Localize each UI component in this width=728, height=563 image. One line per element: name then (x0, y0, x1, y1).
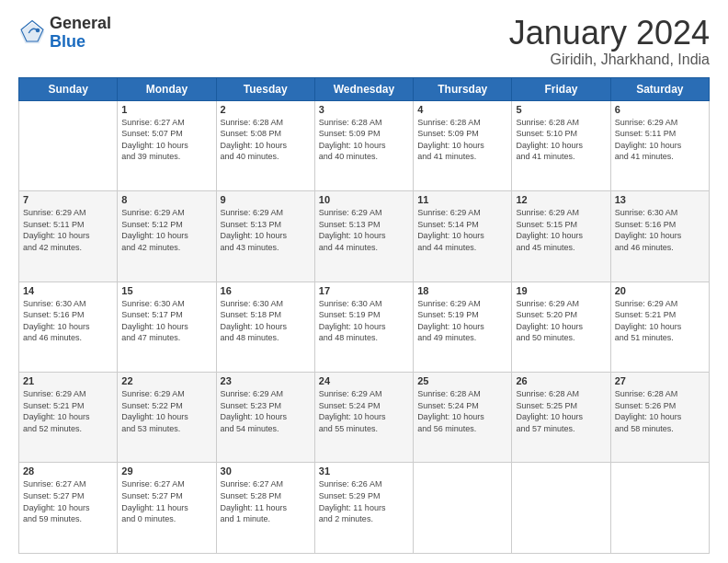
calendar-cell: 23Sunrise: 6:29 AM Sunset: 5:23 PM Dayli… (216, 373, 314, 463)
cell-info: Sunrise: 6:28 AM Sunset: 5:09 PM Dayligh… (319, 117, 409, 163)
calendar-cell (19, 100, 118, 190)
cell-info: Sunrise: 6:29 AM Sunset: 5:14 PM Dayligh… (417, 207, 507, 253)
calendar: SundayMondayTuesdayWednesdayThursdayFrid… (18, 77, 710, 554)
cell-info: Sunrise: 6:27 AM Sunset: 5:27 PM Dayligh… (121, 478, 211, 524)
cell-info: Sunrise: 6:27 AM Sunset: 5:28 PM Dayligh… (221, 478, 311, 524)
cell-info: Sunrise: 6:29 AM Sunset: 5:11 PM Dayligh… (615, 117, 705, 163)
calendar-cell: 3Sunrise: 6:28 AM Sunset: 5:09 PM Daylig… (314, 100, 413, 190)
calendar-title: January 2024 (509, 15, 710, 52)
day-number: 11 (417, 194, 507, 205)
calendar-cell: 13Sunrise: 6:30 AM Sunset: 5:16 PM Dayli… (610, 191, 709, 282)
calendar-cell: 10Sunrise: 6:29 AM Sunset: 5:13 PM Dayli… (314, 191, 413, 282)
day-number: 20 (615, 285, 705, 296)
calendar-cell: 31Sunrise: 6:26 AM Sunset: 5:29 PM Dayli… (314, 463, 413, 554)
cell-info: Sunrise: 6:29 AM Sunset: 5:12 PM Dayligh… (121, 207, 211, 253)
cell-info: Sunrise: 6:29 AM Sunset: 5:22 PM Dayligh… (121, 388, 211, 434)
day-number: 16 (221, 285, 311, 296)
calendar-cell: 28Sunrise: 6:27 AM Sunset: 5:27 PM Dayli… (19, 463, 118, 554)
calendar-cell: 7Sunrise: 6:29 AM Sunset: 5:11 PM Daylig… (19, 191, 118, 282)
day-number: 27 (615, 375, 705, 386)
calendar-cell: 6Sunrise: 6:29 AM Sunset: 5:11 PM Daylig… (610, 100, 709, 190)
cell-info: Sunrise: 6:29 AM Sunset: 5:20 PM Dayligh… (516, 298, 606, 344)
week-row-1: 1Sunrise: 6:27 AM Sunset: 5:07 PM Daylig… (19, 100, 710, 190)
day-number: 22 (121, 375, 211, 386)
title-section: January 2024 Giridih, Jharkhand, India (509, 15, 710, 68)
calendar-cell: 2Sunrise: 6:28 AM Sunset: 5:08 PM Daylig… (216, 100, 314, 190)
day-number: 24 (319, 375, 409, 386)
logo: General Blue (18, 15, 111, 52)
day-number: 23 (221, 375, 311, 386)
day-number: 5 (516, 104, 606, 115)
day-number: 29 (121, 465, 211, 477)
calendar-body: 1Sunrise: 6:27 AM Sunset: 5:07 PM Daylig… (19, 100, 710, 553)
cell-info: Sunrise: 6:30 AM Sunset: 5:18 PM Dayligh… (221, 298, 311, 344)
day-number: 19 (516, 285, 606, 296)
day-number: 28 (23, 465, 113, 477)
day-number: 18 (417, 285, 507, 296)
page-container: General Blue January 2024 Giridih, Jhark… (0, 0, 728, 563)
day-number: 25 (417, 375, 507, 386)
calendar-cell: 18Sunrise: 6:29 AM Sunset: 5:19 PM Dayli… (414, 282, 512, 372)
calendar-subtitle: Giridih, Jharkhand, India (509, 52, 710, 68)
cell-info: Sunrise: 6:28 AM Sunset: 5:24 PM Dayligh… (417, 388, 507, 434)
cell-info: Sunrise: 6:27 AM Sunset: 5:07 PM Dayligh… (121, 117, 211, 163)
day-number: 2 (221, 104, 311, 115)
calendar-cell: 1Sunrise: 6:27 AM Sunset: 5:07 PM Daylig… (118, 100, 216, 190)
day-number: 3 (319, 104, 409, 115)
weekday-header-friday: Friday (512, 77, 610, 100)
day-number: 6 (615, 104, 705, 115)
weekday-header-wednesday: Wednesday (314, 77, 413, 100)
weekday-header-saturday: Saturday (610, 77, 709, 100)
calendar-cell: 5Sunrise: 6:28 AM Sunset: 5:10 PM Daylig… (512, 100, 610, 190)
calendar-cell: 24Sunrise: 6:29 AM Sunset: 5:24 PM Dayli… (314, 373, 413, 463)
cell-info: Sunrise: 6:27 AM Sunset: 5:27 PM Dayligh… (23, 478, 113, 524)
day-number: 9 (221, 194, 311, 205)
day-number: 14 (23, 285, 113, 296)
calendar-cell: 14Sunrise: 6:30 AM Sunset: 5:16 PM Dayli… (19, 282, 118, 372)
calendar-cell: 16Sunrise: 6:30 AM Sunset: 5:18 PM Dayli… (216, 282, 314, 372)
calendar-cell: 29Sunrise: 6:27 AM Sunset: 5:27 PM Dayli… (118, 463, 216, 554)
cell-info: Sunrise: 6:29 AM Sunset: 5:19 PM Dayligh… (417, 298, 507, 344)
svg-point-2 (36, 29, 40, 33)
cell-info: Sunrise: 6:29 AM Sunset: 5:21 PM Dayligh… (615, 298, 705, 344)
calendar-cell: 9Sunrise: 6:29 AM Sunset: 5:13 PM Daylig… (216, 191, 314, 282)
cell-info: Sunrise: 6:29 AM Sunset: 5:13 PM Dayligh… (221, 207, 311, 253)
weekday-header-monday: Monday (118, 77, 216, 100)
day-number: 17 (319, 285, 409, 296)
calendar-cell: 21Sunrise: 6:29 AM Sunset: 5:21 PM Dayli… (19, 373, 118, 463)
cell-info: Sunrise: 6:30 AM Sunset: 5:16 PM Dayligh… (23, 298, 113, 344)
cell-info: Sunrise: 6:29 AM Sunset: 5:15 PM Dayligh… (516, 207, 606, 253)
day-number: 13 (615, 194, 705, 205)
cell-info: Sunrise: 6:30 AM Sunset: 5:19 PM Dayligh… (319, 298, 409, 344)
weekday-row: SundayMondayTuesdayWednesdayThursdayFrid… (19, 77, 710, 100)
calendar-cell: 8Sunrise: 6:29 AM Sunset: 5:12 PM Daylig… (118, 191, 216, 282)
cell-info: Sunrise: 6:28 AM Sunset: 5:10 PM Dayligh… (516, 117, 606, 163)
logo-general: General (50, 15, 111, 33)
weekday-header-tuesday: Tuesday (216, 77, 314, 100)
page-header: General Blue January 2024 Giridih, Jhark… (18, 15, 710, 68)
cell-info: Sunrise: 6:28 AM Sunset: 5:09 PM Dayligh… (417, 117, 507, 163)
cell-info: Sunrise: 6:28 AM Sunset: 5:25 PM Dayligh… (516, 388, 606, 434)
calendar-header: SundayMondayTuesdayWednesdayThursdayFrid… (19, 77, 710, 100)
cell-info: Sunrise: 6:30 AM Sunset: 5:17 PM Dayligh… (121, 298, 211, 344)
day-number: 10 (319, 194, 409, 205)
week-row-2: 7Sunrise: 6:29 AM Sunset: 5:11 PM Daylig… (19, 191, 710, 282)
day-number: 21 (23, 375, 113, 386)
calendar-cell: 26Sunrise: 6:28 AM Sunset: 5:25 PM Dayli… (512, 373, 610, 463)
svg-marker-0 (20, 23, 45, 44)
cell-info: Sunrise: 6:29 AM Sunset: 5:24 PM Dayligh… (319, 388, 409, 434)
logo-blue: Blue (50, 33, 111, 52)
calendar-cell (512, 463, 610, 554)
calendar-cell (414, 463, 512, 554)
cell-info: Sunrise: 6:29 AM Sunset: 5:11 PM Dayligh… (23, 207, 113, 253)
weekday-header-thursday: Thursday (414, 77, 512, 100)
week-row-4: 21Sunrise: 6:29 AM Sunset: 5:21 PM Dayli… (19, 373, 710, 463)
cell-info: Sunrise: 6:29 AM Sunset: 5:13 PM Dayligh… (319, 207, 409, 253)
calendar-cell: 11Sunrise: 6:29 AM Sunset: 5:14 PM Dayli… (414, 191, 512, 282)
calendar-cell: 4Sunrise: 6:28 AM Sunset: 5:09 PM Daylig… (414, 100, 512, 190)
calendar-cell (610, 463, 709, 554)
cell-info: Sunrise: 6:29 AM Sunset: 5:21 PM Dayligh… (23, 388, 113, 434)
day-number: 31 (319, 465, 409, 477)
calendar-cell: 22Sunrise: 6:29 AM Sunset: 5:22 PM Dayli… (118, 373, 216, 463)
logo-text: General Blue (50, 15, 111, 52)
